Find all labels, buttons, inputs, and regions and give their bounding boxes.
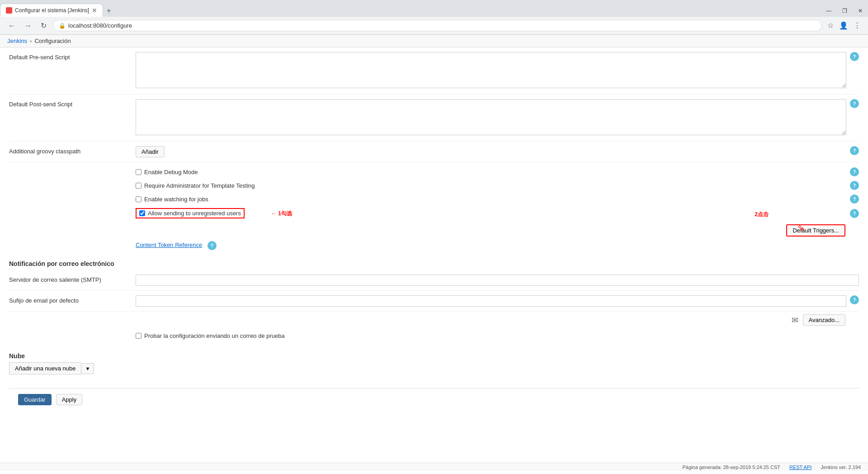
main-content: Default Pre-send Script ? Default Post-s… — [0, 47, 868, 463]
avanzado-row: ✉ Avanzado... — [9, 312, 859, 328]
page-generated-text: Página generada: 28-sep-2019 5:24:25 CST — [683, 465, 781, 470]
debug-mode-checkbox[interactable] — [136, 169, 142, 175]
pre-send-help-icon[interactable]: ? — [850, 52, 859, 61]
enable-watching-help-icon[interactable]: ? — [850, 194, 859, 204]
url-text: localhost:8080/configure — [68, 22, 132, 29]
lock-icon: 🔒 — [59, 23, 66, 29]
post-send-script-row: Default Post-send Script ? — [9, 95, 859, 142]
reload-button[interactable]: ↻ — [38, 20, 49, 31]
tab-bar: Configurar el sistema [Jenkins] ✕ + — ❐ … — [0, 0, 868, 17]
test-email-row: Probar la configuración enviando un corr… — [9, 328, 859, 343]
enable-watching-checkbox[interactable] — [136, 196, 142, 202]
email-icon: ✉ — [792, 315, 798, 325]
suffix-input[interactable]: @qq.com — [136, 295, 846, 307]
smtp-label: Servidor de correo saliente (SMTP) — [9, 275, 136, 283]
post-send-control — [136, 99, 846, 137]
content-token-link[interactable]: Content Token Reference — [136, 242, 202, 248]
config-breadcrumb: Configuración — [34, 38, 71, 44]
close-button[interactable]: ✕ — [853, 5, 868, 17]
smtp-row: Servidor de correo saliente (SMTP) smtp.… — [9, 270, 859, 291]
require-admin-checkbox[interactable] — [136, 183, 142, 189]
content-token-help-icon[interactable]: ? — [208, 241, 217, 250]
window-controls: — ❐ ✕ — [821, 5, 868, 17]
smtp-control: smtp.qq.com — [136, 275, 859, 286]
debug-mode-help-icon[interactable]: ? — [850, 167, 859, 176]
enable-watching-label: Enable watching for jobs — [144, 196, 208, 203]
smtp-input[interactable]: smtp.qq.com — [136, 275, 859, 286]
minimize-button[interactable]: — — [821, 5, 837, 17]
breadcrumb: Jenkins › Configuración — [0, 35, 868, 47]
active-tab[interactable]: Configurar el sistema [Jenkins] ✕ — [0, 4, 103, 17]
back-button[interactable]: ← — [5, 21, 18, 31]
address-actions: ☆ 👤 ⋮ — [826, 19, 863, 32]
jenkins-version-text: Jenkins ver. 2.194 — [821, 465, 861, 470]
add-classpath-button[interactable]: Añadir — [136, 146, 165, 157]
require-admin-row: Require Administrator for Template Testi… — [136, 179, 859, 192]
default-triggers-button[interactable]: Default Triggers... — [786, 224, 845, 237]
pre-send-script-row: Default Pre-send Script ? — [9, 47, 859, 95]
suffix-label: Sufijo de email por defecto — [9, 295, 136, 304]
require-admin-label: Require Administrator for Template Testi… — [144, 182, 255, 189]
test-email-checkbox-row: Probar la configuración enviando un corr… — [136, 330, 859, 341]
post-send-help-icon[interactable]: ? — [850, 99, 859, 108]
email-section: Notificación por correo electrónico Serv… — [9, 256, 859, 343]
breadcrumb-separator: › — [30, 38, 32, 44]
smtp-control-area: smtp.qq.com — [136, 275, 859, 286]
avanzado-button[interactable]: Avanzado... — [803, 314, 845, 326]
bottom-bar: Guardar Apply — [9, 388, 859, 411]
add-cloud-button[interactable]: Añadir una nueva nube — [9, 362, 81, 374]
add-cloud-arrow[interactable]: ▼ — [81, 363, 94, 374]
maximize-button[interactable]: ❐ — [837, 5, 853, 17]
pre-send-control-area: ? — [136, 52, 859, 90]
groovy-classpath-control: Añadir — [136, 146, 846, 157]
post-send-textarea[interactable] — [136, 99, 846, 135]
require-admin-help-icon[interactable]: ? — [850, 181, 859, 190]
groovy-classpath-control-area: Añadir ? — [136, 146, 859, 157]
user-button[interactable]: 👤 — [837, 19, 850, 32]
test-email-label: Probar la configuración enviando un corr… — [144, 332, 285, 339]
new-tab-button[interactable]: + — [103, 5, 114, 17]
url-bar[interactable]: 🔒 localhost:8080/configure — [53, 20, 822, 31]
groovy-classpath-help-icon[interactable]: ? — [850, 146, 859, 155]
rest-api-link[interactable]: REST API — [789, 465, 811, 470]
allow-sending-label: Allow sending to unregistered users — [148, 210, 241, 217]
address-bar: ← → ↻ 🔒 localhost:8080/configure ☆ 👤 ⋮ — [0, 17, 868, 34]
save-button[interactable]: Guardar — [18, 394, 52, 405]
annotation-arrow-2: ⇘ — [797, 222, 805, 233]
enable-watching-row: Enable watching for jobs ? — [136, 192, 859, 206]
groovy-classpath-label: Additional groovy classpath — [9, 146, 136, 155]
content-token-row: Content Token Reference ? — [136, 237, 859, 253]
test-email-checkbox[interactable] — [136, 333, 142, 339]
email-section-title: Notificación por correo electrónico — [9, 256, 859, 270]
nube-section: Nube Añadir una nueva nube ▼ — [9, 343, 859, 379]
default-triggers-area: 2点击 ⇘ Default Triggers... — [136, 224, 859, 237]
pre-send-textarea[interactable] — [136, 52, 846, 88]
suffix-row: Sufijo de email por defecto @qq.com ? — [9, 291, 859, 312]
status-bar: Página generada: 28-sep-2019 5:24:25 CST… — [0, 463, 868, 471]
tab-close-button[interactable]: ✕ — [92, 7, 97, 14]
allow-sending-checkbox[interactable] — [139, 210, 145, 216]
suffix-control-area: @qq.com ? — [136, 295, 859, 307]
menu-button[interactable]: ⋮ — [852, 19, 863, 32]
config-section: Default Pre-send Script ? Default Post-s… — [0, 47, 868, 411]
allow-sending-help-icon[interactable]: ? — [850, 209, 859, 218]
debug-mode-row: Enable Debug Mode ? — [136, 165, 859, 179]
post-send-control-area: ? — [136, 99, 859, 137]
nube-title: Nube — [9, 348, 859, 362]
jenkins-home-link[interactable]: Jenkins — [7, 38, 27, 44]
post-send-label: Default Post-send Script — [9, 99, 136, 108]
add-cloud-dropdown: Añadir una nueva nube ▼ — [9, 362, 859, 374]
annotation-1: ← 1勾选 — [271, 209, 292, 217]
pre-send-control — [136, 52, 846, 90]
bookmark-button[interactable]: ☆ — [826, 19, 835, 32]
groovy-classpath-row: Additional groovy classpath Añadir ? — [9, 142, 859, 162]
suffix-help-icon[interactable]: ? — [850, 295, 859, 304]
tab-title: Configurar el sistema [Jenkins] — [15, 7, 89, 14]
checkboxes-section: Enable Debug Mode ? Require Administrato… — [9, 162, 859, 256]
allow-sending-highlight: Allow sending to unregistered users — [136, 208, 245, 218]
apply-button[interactable]: Apply — [56, 394, 83, 405]
debug-mode-label: Enable Debug Mode — [144, 169, 198, 175]
tab-favicon — [6, 7, 12, 14]
forward-button[interactable]: → — [22, 21, 34, 31]
pre-send-label: Default Pre-send Script — [9, 52, 136, 61]
